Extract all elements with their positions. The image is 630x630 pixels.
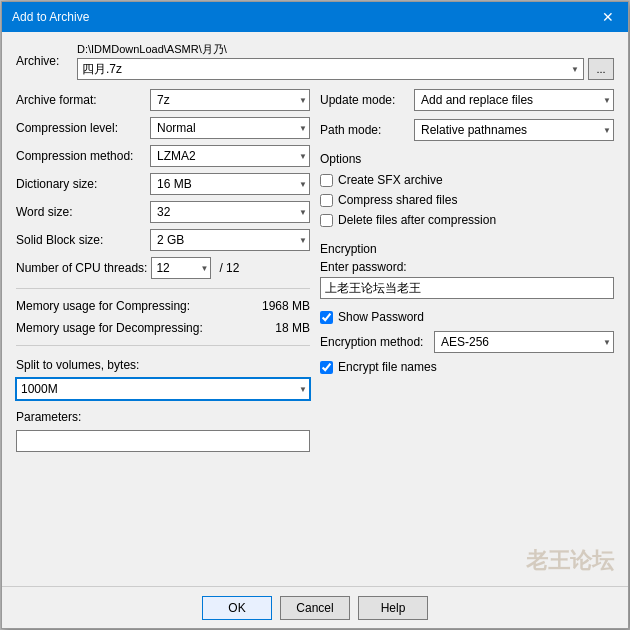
delete-files-row: Delete files after compression xyxy=(320,210,614,230)
password-input[interactable] xyxy=(320,277,614,299)
dictionary-size-row: Dictionary size: 16 MB1 MB2 MB4 MB8 MB32… xyxy=(16,172,310,196)
archive-filename-value: 四月.7z xyxy=(82,61,122,78)
enc-method-row: Encryption method: AES-256 ZipCrypto ▼ xyxy=(320,331,614,353)
word-size-select[interactable]: 3281664128256 xyxy=(153,205,307,219)
update-mode-label: Update mode: xyxy=(320,93,410,107)
password-label: Enter password: xyxy=(320,260,614,274)
archive-label: Archive: xyxy=(16,54,71,68)
path-mode-select-wrapper[interactable]: Relative pathnames Full pathnames Absolu… xyxy=(414,119,614,141)
right-panel: Update mode: Add and replace files Updat… xyxy=(320,88,614,576)
cpu-threads-label: Number of CPU threads: xyxy=(16,261,147,275)
divider-2 xyxy=(16,345,310,346)
compression-method-select[interactable]: LZMA2LZMAPPMdBZip2 xyxy=(153,149,307,163)
title-bar: Add to Archive ✕ xyxy=(2,2,628,32)
archive-format-row: Archive format: 7zziptargzip ▼ xyxy=(16,88,310,112)
add-to-archive-dialog: Add to Archive ✕ Archive: D:\IDMDownLoad… xyxy=(1,1,629,629)
watermark: 老王论坛 xyxy=(526,546,614,576)
split-input-wrapper[interactable]: ▼ xyxy=(16,378,310,400)
encryption-title: Encryption xyxy=(320,242,614,256)
encrypt-names-label[interactable]: Encrypt file names xyxy=(338,360,437,374)
split-input[interactable] xyxy=(17,382,309,396)
enc-method-label: Encryption method: xyxy=(320,335,430,349)
archive-filename-arrow: ▼ xyxy=(571,65,579,74)
path-mode-row: Path mode: Relative pathnames Full pathn… xyxy=(320,118,614,142)
word-size-label: Word size: xyxy=(16,205,146,219)
word-size-select-wrapper[interactable]: 3281664128256 ▼ xyxy=(150,201,310,223)
browse-button[interactable]: ... xyxy=(588,58,614,80)
options-title: Options xyxy=(320,152,614,166)
encrypt-names-row: Encrypt file names xyxy=(320,357,614,377)
memory-compress-label: Memory usage for Compressing: xyxy=(16,299,190,313)
update-mode-select[interactable]: Add and replace files Update and add fil… xyxy=(417,93,611,107)
memory-compress-value: 1968 MB xyxy=(262,299,310,313)
compression-method-label: Compression method: xyxy=(16,149,146,163)
create-sfx-row: Create SFX archive xyxy=(320,170,614,190)
memory-compress-row: Memory usage for Compressing: 1968 MB xyxy=(16,297,310,315)
dictionary-size-select[interactable]: 16 MB1 MB2 MB4 MB8 MB32 MB64 MB xyxy=(153,177,307,191)
create-sfx-label[interactable]: Create SFX archive xyxy=(338,173,443,187)
compress-shared-label[interactable]: Compress shared files xyxy=(338,193,457,207)
divider-1 xyxy=(16,288,310,289)
archive-format-select[interactable]: 7zziptargzip xyxy=(153,93,307,107)
enc-method-select-wrapper[interactable]: AES-256 ZipCrypto ▼ xyxy=(434,331,614,353)
solid-block-select-wrapper[interactable]: 2 GBNon-solid1 MB128 MB ▼ xyxy=(150,229,310,251)
dialog-footer: OK Cancel Help xyxy=(2,586,628,628)
main-content: Archive format: 7zziptargzip ▼ Compressi… xyxy=(16,88,614,576)
show-password-label[interactable]: Show Password xyxy=(338,310,424,324)
dictionary-size-label: Dictionary size: xyxy=(16,177,146,191)
compression-level-select[interactable]: NormalStoreFastestFastMaximumUltra xyxy=(153,121,307,135)
params-label: Parameters: xyxy=(16,410,310,424)
path-mode-label: Path mode: xyxy=(320,123,410,137)
compression-method-row: Compression method: LZMA2LZMAPPMdBZip2 ▼ xyxy=(16,144,310,168)
options-section: Options Create SFX archive Compress shar… xyxy=(320,152,614,230)
compression-level-select-wrapper[interactable]: NormalStoreFastestFastMaximumUltra ▼ xyxy=(150,117,310,139)
enc-method-select[interactable]: AES-256 ZipCrypto xyxy=(437,335,611,349)
memory-decompress-label: Memory usage for Decompressing: xyxy=(16,321,203,335)
solid-block-row: Solid Block size: 2 GBNon-solid1 MB128 M… xyxy=(16,228,310,252)
show-password-row: Show Password xyxy=(320,307,614,327)
dictionary-size-select-wrapper[interactable]: 16 MB1 MB2 MB4 MB8 MB32 MB64 MB ▼ xyxy=(150,173,310,195)
archive-format-label: Archive format: xyxy=(16,93,146,107)
delete-files-label[interactable]: Delete files after compression xyxy=(338,213,496,227)
compress-shared-checkbox[interactable] xyxy=(320,194,333,207)
compression-level-label: Compression level: xyxy=(16,121,146,135)
cpu-threads-max: / 12 xyxy=(219,261,239,275)
compression-method-select-wrapper[interactable]: LZMA2LZMAPPMdBZip2 ▼ xyxy=(150,145,310,167)
path-mode-select[interactable]: Relative pathnames Full pathnames Absolu… xyxy=(417,123,611,137)
archive-format-select-wrapper[interactable]: 7zziptargzip ▼ xyxy=(150,89,310,111)
archive-filename-row: 四月.7z ▼ ... xyxy=(77,58,614,80)
show-password-checkbox[interactable] xyxy=(320,311,333,324)
close-button[interactable]: ✕ xyxy=(598,10,618,24)
encrypt-names-checkbox[interactable] xyxy=(320,361,333,374)
cpu-threads-select-wrapper[interactable]: 1212468 ▼ xyxy=(151,257,211,279)
params-input[interactable] xyxy=(16,430,310,452)
dialog-body: Archive: D:\IDMDownLoad\ASMR\月乃\ 四月.7z ▼… xyxy=(2,32,628,586)
archive-filename-combo[interactable]: 四月.7z ▼ xyxy=(77,58,584,80)
help-button[interactable]: Help xyxy=(358,596,428,620)
solid-block-select[interactable]: 2 GBNon-solid1 MB128 MB xyxy=(153,233,307,247)
left-panel: Archive format: 7zziptargzip ▼ Compressi… xyxy=(16,88,310,576)
cancel-button[interactable]: Cancel xyxy=(280,596,350,620)
cpu-threads-select[interactable]: 1212468 xyxy=(152,261,210,275)
update-mode-select-wrapper[interactable]: Add and replace files Update and add fil… xyxy=(414,89,614,111)
compress-shared-row: Compress shared files xyxy=(320,190,614,210)
compression-level-row: Compression level: NormalStoreFastestFas… xyxy=(16,116,310,140)
dialog-title: Add to Archive xyxy=(12,10,89,24)
cpu-threads-row: Number of CPU threads: 1212468 ▼ / 12 xyxy=(16,256,310,280)
ok-button[interactable]: OK xyxy=(202,596,272,620)
delete-files-checkbox[interactable] xyxy=(320,214,333,227)
create-sfx-checkbox[interactable] xyxy=(320,174,333,187)
encryption-section: Encryption Enter password: Show Password… xyxy=(320,242,614,377)
memory-decompress-value: 18 MB xyxy=(275,321,310,335)
update-mode-row: Update mode: Add and replace files Updat… xyxy=(320,88,614,112)
solid-block-label: Solid Block size: xyxy=(16,233,146,247)
archive-row: Archive: D:\IDMDownLoad\ASMR\月乃\ 四月.7z ▼… xyxy=(16,42,614,80)
split-label: Split to volumes, bytes: xyxy=(16,358,310,372)
memory-decompress-row: Memory usage for Decompressing: 18 MB xyxy=(16,319,310,337)
watermark-area: 老王论坛 xyxy=(320,383,614,576)
archive-path-text: D:\IDMDownLoad\ASMR\月乃\ xyxy=(77,42,614,57)
word-size-row: Word size: 3281664128256 ▼ xyxy=(16,200,310,224)
